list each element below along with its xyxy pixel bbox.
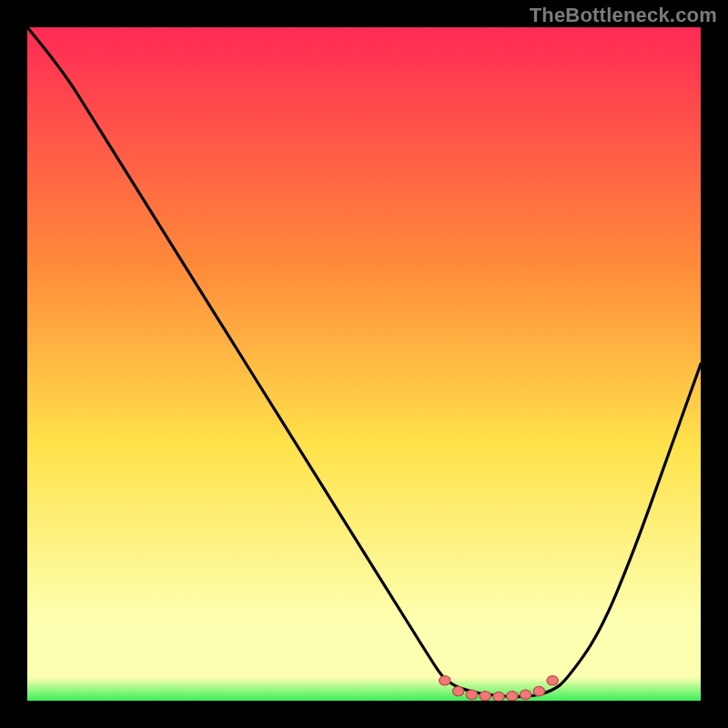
valley-marker [466,690,477,699]
plot-area [27,27,701,701]
valley-marker [547,676,558,685]
bottleneck-chart [27,27,701,701]
valley-marker [520,690,531,699]
valley-marker [480,692,490,701]
valley-marker [533,686,544,695]
valley-marker [452,686,463,695]
gradient-background [27,27,701,701]
chart-frame: TheBottleneck.com [0,0,728,728]
valley-marker [440,676,450,685]
watermark-text: TheBottleneck.com [530,4,717,27]
valley-marker [493,692,504,701]
valley-marker [507,692,518,701]
